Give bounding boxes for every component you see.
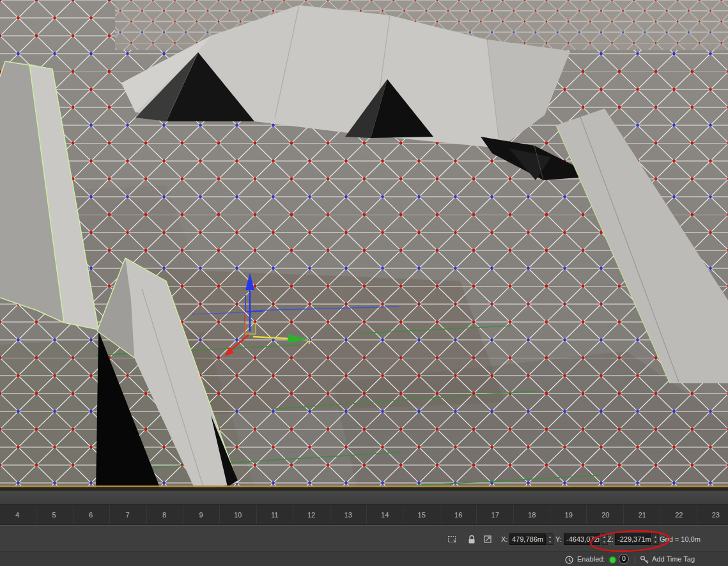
divider	[635, 555, 635, 564]
selection-region-icon	[447, 535, 458, 544]
timeline-frame[interactable]: 17	[491, 511, 500, 519]
lock-icon	[468, 535, 476, 544]
timeline-ruler[interactable]: 4 5 6 7 8 9 10 11 12 13 14 15 16 17 18 1…	[0, 505, 728, 525]
enabled-status-indicator	[610, 557, 616, 563]
timeline-frame[interactable]: 12	[307, 511, 316, 519]
enabled-label: Enabled:	[577, 555, 605, 563]
timeline-frame[interactable]: 21	[638, 511, 647, 519]
coord-x-spinner[interactable]: ▲▼	[546, 533, 554, 545]
timeline-frame[interactable]: 19	[564, 511, 573, 519]
absolute-mode-icon	[483, 535, 493, 544]
time-tag-count-button[interactable]: 0	[619, 554, 629, 564]
time-tag-row: Enabled: 0 Add Time Tag	[0, 551, 728, 566]
timeline-frame[interactable]: 13	[344, 511, 353, 519]
timeline-frame[interactable]: 18	[527, 511, 536, 519]
coord-x-field[interactable]: 479,786m	[509, 533, 546, 545]
time-slider-track[interactable]	[0, 491, 728, 505]
absolute-mode-button[interactable]	[482, 533, 495, 545]
timeline-frame[interactable]: 14	[380, 511, 389, 519]
grid-size-label: Grid = 10,0m	[660, 535, 701, 543]
key-icon	[640, 555, 649, 565]
coordinate-row: X: 479,786m ▲▼ Y: -4643,072m ▲▼ Z: -229,…	[0, 526, 728, 551]
coord-y-value: -4643,072m	[566, 535, 600, 543]
timeline-frame[interactable]: 20	[601, 511, 610, 519]
timeline-frame[interactable]: 9	[197, 511, 206, 519]
coord-z-field[interactable]: -229,371m	[615, 533, 651, 545]
coord-x-value: 479,786m	[512, 535, 543, 543]
coord-y-field[interactable]: -4643,072m	[564, 533, 600, 545]
timeline-frame[interactable]: 16	[454, 511, 463, 519]
coord-y-label: Y:	[555, 535, 562, 543]
selection-lock-button[interactable]	[465, 533, 478, 545]
time-tag-mode-button[interactable]	[562, 554, 575, 565]
timeline-frame[interactable]: 6	[86, 511, 95, 519]
timeline-frame[interactable]: 11	[270, 511, 279, 519]
time-tag-icon	[564, 555, 574, 565]
selection-region-button[interactable]	[446, 533, 459, 545]
timeline-frame[interactable]: 5	[50, 511, 59, 519]
add-time-tag-button[interactable]	[638, 554, 651, 565]
timeline-frame[interactable]: 15	[417, 511, 426, 519]
ground-boundary-line	[0, 486, 728, 491]
coord-x-label: X:	[501, 535, 507, 543]
application-window: 4 5 6 7 8 9 10 11 12 13 14 15 16 17 18 1…	[0, 0, 728, 566]
timeline-frame[interactable]: 10	[233, 511, 242, 519]
status-bar: X: 479,786m ▲▼ Y: -4643,072m ▲▼ Z: -229,…	[0, 525, 728, 566]
add-time-tag-label[interactable]: Add Time Tag	[652, 555, 695, 563]
timeline-frame[interactable]: 4	[13, 511, 22, 519]
coord-z-label: Z:	[607, 535, 614, 543]
viewport-3d[interactable]	[0, 0, 728, 491]
coord-z-value: -229,371m	[617, 535, 651, 543]
viewport-canvas[interactable]	[0, 0, 728, 491]
timeline-frame[interactable]: 8	[160, 511, 169, 519]
timeline-frame[interactable]: 22	[674, 511, 683, 519]
timeline-frame[interactable]: 23	[711, 511, 720, 519]
timeline-frame[interactable]: 7	[123, 511, 132, 519]
coord-z-spinner[interactable]: ▲▼	[652, 533, 659, 545]
